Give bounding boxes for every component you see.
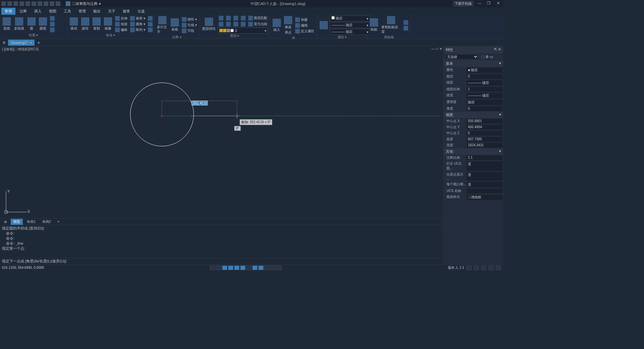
coords-readout[interactable]: 615.1150, 564.8490, 0.0000 — [2, 266, 44, 269]
minimize-button[interactable]: — — [476, 1, 483, 6]
rotate-button[interactable]: 旋转 — [80, 17, 91, 32]
pin-icon[interactable]: ⇱ — [494, 47, 497, 51]
prop-value[interactable]: 0 — [467, 106, 502, 111]
status-right[interactable]: 毫米 人 1:1 — [448, 265, 464, 270]
redo-icon[interactable] — [50, 1, 54, 6]
print-icon[interactable] — [32, 1, 36, 6]
document-tab[interactable]: Drawing1* × — [8, 40, 35, 46]
qp-toggle[interactable] — [264, 265, 270, 270]
restore-button[interactable]: ❐ — [485, 1, 492, 6]
erase-button[interactable] — [147, 21, 154, 27]
viewport-label[interactable]: [-][俯视][二维线框][WCS] — [2, 47, 39, 52]
close-tab-icon[interactable]: × — [30, 41, 32, 45]
offset-button[interactable]: 偏移 — [114, 27, 128, 33]
grid-toggle[interactable] — [210, 265, 215, 270]
prop-value[interactable]: 607.7385 — [467, 137, 502, 142]
layer-lock-button[interactable] — [232, 15, 239, 21]
move-button[interactable]: 移动 — [68, 17, 79, 32]
copy-button[interactable]: 复制 — [91, 17, 102, 32]
circle-button[interactable]: 圆 — [26, 17, 37, 32]
osnap-toggle[interactable] — [234, 265, 239, 270]
lwt-toggle[interactable] — [252, 265, 258, 270]
tab-view[interactable]: 视图 — [46, 8, 60, 15]
lineweight-combo[interactable]: ———— 随层▾ — [330, 22, 370, 28]
clean-screen-icon[interactable] — [488, 265, 494, 270]
stretch-button[interactable]: 拉伸 — [114, 16, 128, 21]
leader-button[interactable]: 引线 ▾ — [181, 22, 198, 28]
prop-value[interactable]: 450.4994 — [467, 125, 502, 130]
brush-button[interactable] — [147, 27, 154, 33]
add-tab-button[interactable]: + — [35, 40, 43, 45]
copy-clip-button[interactable] — [402, 26, 409, 31]
dyn-toggle[interactable] — [246, 265, 252, 270]
spline-button[interactable] — [49, 16, 56, 21]
section-other[interactable]: 其他▾ — [444, 148, 503, 155]
viewport-maximize-icon[interactable]: □ — [436, 47, 438, 51]
app-logo-icon[interactable] — [1, 1, 6, 6]
open-icon[interactable] — [13, 1, 18, 6]
tab-about[interactable]: 关于 — [105, 8, 119, 15]
paste-button[interactable]: 粘贴 — [369, 18, 379, 33]
tab-annotate[interactable]: 注释 — [16, 8, 30, 15]
download-mobile-badge[interactable]: 下载手机端 — [453, 1, 474, 7]
close-button[interactable]: ✕ — [494, 1, 502, 6]
ann-scale-icon[interactable] — [466, 265, 472, 270]
tab-output[interactable]: 输出 — [90, 8, 104, 15]
layer-props-button[interactable]: 图层特性 — [201, 17, 217, 32]
block-create-button[interactable]: 创建 — [294, 17, 315, 22]
dynamic-input[interactable] — [192, 101, 208, 105]
explode-button[interactable] — [147, 16, 154, 21]
pickadd-icon[interactable]: ⚙ — [485, 55, 489, 59]
linetype-combo[interactable]: ———— 随层▾ — [330, 29, 370, 35]
prop-value[interactable]: 是 — [467, 172, 502, 181]
layer-on-button[interactable] — [225, 21, 232, 27]
prop-value[interactable]: 0 — [467, 74, 502, 79]
fullscreen-icon[interactable] — [496, 265, 501, 270]
workspace-selector[interactable]: 二维草图与注释 ▾ — [64, 1, 103, 7]
otrack-toggle[interactable] — [240, 265, 246, 270]
prop-value[interactable]: ———— 随层 — [467, 80, 502, 86]
mirror-button[interactable]: 镜像 — [103, 17, 113, 32]
viewport-close-icon[interactable]: ✕ — [439, 47, 442, 51]
layer-uniso-button[interactable] — [240, 21, 247, 27]
layer-current-button[interactable]: 置为当前 — [247, 21, 268, 27]
panel-close-icon[interactable]: ✕ — [498, 47, 501, 51]
copypaste-settings-button[interactable]: 复制粘贴设置 — [380, 15, 402, 35]
tab-insert[interactable]: 插入 — [31, 8, 45, 15]
prop-value[interactable]: 二维线框 — [467, 195, 502, 200]
selection-combo[interactable]: 无选择 — [445, 54, 479, 60]
polar-toggle[interactable] — [228, 265, 233, 270]
block-attr-button[interactable]: 定义属性 — [294, 29, 315, 34]
layout-tab-model[interactable]: 模型 — [11, 219, 23, 225]
layer-match-button[interactable]: 图层匹配 — [247, 15, 268, 21]
scale-button[interactable]: 缩放 — [114, 21, 128, 27]
mtext-button[interactable]: 多行文字 — [156, 15, 169, 35]
block-ref-button[interactable]: 编辑 — [294, 23, 315, 28]
ellipse-button[interactable] — [49, 21, 56, 27]
file-menu-button[interactable]: ≡ — [0, 40, 8, 45]
preview-icon[interactable] — [38, 1, 42, 6]
help-icon[interactable] — [56, 1, 60, 6]
workspace-switch-icon[interactable] — [481, 265, 486, 270]
layer-iso-button[interactable] — [240, 15, 247, 21]
color-combo[interactable]: 随层▾ — [330, 15, 370, 21]
block-edit-button[interactable]: 修改基点 — [283, 15, 293, 36]
tab-cloud[interactable]: 云盘 — [134, 8, 148, 15]
layer-freeze-button[interactable] — [218, 15, 224, 21]
sc-toggle[interactable] — [270, 265, 276, 270]
prop-value[interactable]: 是 — [467, 182, 502, 187]
match-prop-button[interactable] — [318, 20, 329, 30]
prop-value[interactable] — [467, 189, 502, 193]
layer-off-button[interactable] — [225, 15, 232, 21]
tab-manage[interactable]: 管理 — [75, 8, 89, 15]
prop-value[interactable]: 0 — [467, 131, 502, 136]
tab-service[interactable]: 服务 — [119, 8, 133, 15]
section-basic[interactable]: 基本▾ — [444, 60, 503, 67]
trim-button[interactable]: 修剪 ▾ — [129, 16, 146, 21]
prop-value[interactable]: 1:1 — [467, 155, 502, 160]
field-button[interactable]: 字段 — [181, 28, 198, 34]
layer-unlock-button[interactable] — [232, 21, 239, 27]
saveas-icon[interactable] — [25, 1, 30, 6]
ann-vis-icon[interactable] — [474, 265, 479, 270]
fillet-button[interactable]: 圆角 ▾ — [129, 21, 146, 27]
